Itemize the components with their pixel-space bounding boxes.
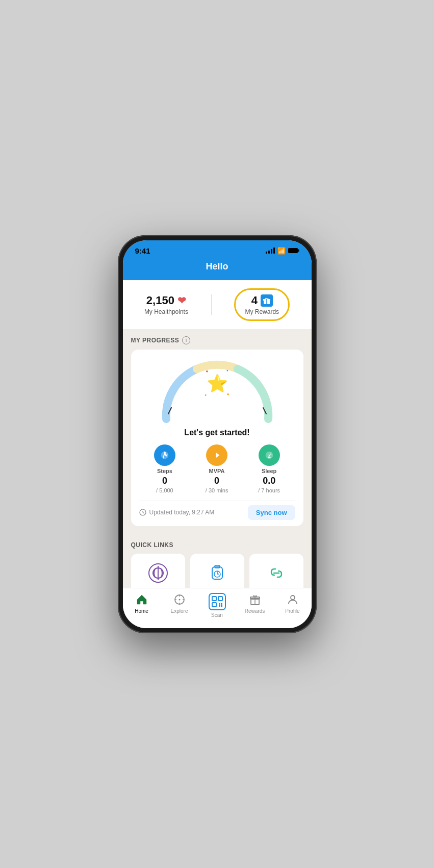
battery-icon (288, 247, 299, 254)
nav-scan[interactable]: Scan (202, 592, 233, 618)
rewards-nav-icon (248, 592, 262, 607)
steps-stat: Steps 0 / 5,000 (154, 444, 175, 493)
scroll-area[interactable]: 2,150 ❤ My Healthpoints 4 (123, 280, 312, 588)
steps-label: Steps (157, 468, 172, 474)
status-time: 9:41 (135, 246, 150, 255)
rewards-nav-label: Rewards (245, 608, 265, 614)
sync-now-button[interactable]: Sync now (248, 505, 295, 520)
home-icon (135, 592, 149, 607)
home-nav-label: Home (135, 608, 148, 614)
sleep-label: Sleep (262, 468, 276, 474)
mvpa-goal: / 30 mins (206, 487, 228, 493)
signal-icon (266, 247, 275, 254)
star-icon: ⭐ (207, 375, 228, 392)
link-account-card[interactable]: LinkAccount (249, 554, 303, 588)
svg-rect-34 (212, 603, 216, 607)
nav-profile[interactable]: Profile (277, 592, 308, 618)
steps-value: 0 (162, 476, 167, 485)
sync-time: Updated today, 9:27 AM (139, 509, 215, 516)
svg-point-8 (164, 451, 166, 453)
rewards-label: My Rewards (245, 308, 279, 315)
nav-home[interactable]: Home (126, 592, 157, 618)
mvpa-stat: MVPA 0 / 30 mins (206, 444, 228, 493)
explore-nav-label: Explore (171, 608, 188, 614)
svg-rect-37 (219, 605, 220, 607)
profile-icon (286, 592, 300, 607)
fitness-icon (206, 562, 228, 584)
app-header: Hello (123, 258, 312, 280)
svg-point-26 (178, 599, 180, 600)
link-icon (265, 562, 288, 584)
sleep-goal: / 7 hours (258, 487, 280, 493)
svg-point-42 (291, 596, 295, 600)
wifi-icon: 📶 (277, 247, 286, 255)
meal-icon (147, 562, 169, 584)
stats-row: Steps 0 / 5,000 MVPA 0 (139, 444, 295, 493)
svg-rect-32 (212, 597, 216, 601)
log-meal-card[interactable]: Log MyMeal (131, 554, 185, 588)
svg-rect-33 (218, 597, 222, 601)
quick-links-header: QUICK LINKS (131, 541, 303, 549)
info-icon[interactable]: i (182, 336, 190, 344)
svg-rect-38 (221, 605, 222, 607)
sleep-value: 0.0 (263, 476, 275, 485)
sync-row: Updated today, 9:27 AM Sync now (139, 501, 295, 520)
nav-explore[interactable]: Explore (164, 592, 195, 618)
svg-rect-31 (209, 593, 225, 610)
gift-icon (261, 294, 273, 307)
rewards-section[interactable]: 4 My Rewards (234, 288, 290, 321)
scan-icon (208, 592, 226, 611)
sleep-icon: z z (259, 444, 280, 466)
svg-rect-35 (219, 603, 220, 605)
clock-icon (139, 509, 146, 516)
steps-goal: / 5,000 (156, 487, 173, 493)
svg-rect-1 (298, 250, 299, 252)
vertical-divider (211, 294, 212, 315)
svg-marker-9 (216, 452, 219, 458)
heart-icon: ❤ (177, 294, 186, 307)
svg-rect-36 (221, 603, 222, 605)
rewards-value: 4 (251, 294, 258, 307)
status-bar: 9:41 📶 (123, 240, 312, 258)
healthpoints-value: 2,150 (146, 294, 174, 307)
phone-screen: 9:41 📶 Hello (123, 240, 312, 628)
progress-card: ⭐ ● ● ● ● Let's get started! (131, 350, 303, 526)
sleep-stat: z z Sleep 0.0 / 7 hours (258, 444, 280, 493)
progress-header: MY PROGRESS i (131, 336, 303, 344)
healthpoints-section[interactable]: 2,150 ❤ My Healthpoints (144, 294, 188, 315)
page-title: Hello (206, 261, 228, 271)
progress-section: MY PROGRESS i (123, 329, 312, 534)
quick-links-title: QUICK LINKS (131, 541, 174, 549)
bottom-nav: Home Explore (123, 588, 312, 628)
svg-line-15 (143, 512, 144, 513)
status-icons: 📶 (266, 247, 299, 255)
svg-rect-0 (288, 248, 298, 253)
mvpa-value: 0 (214, 476, 219, 485)
fitness-tracker-card[interactable]: HPB FitnessTracker (190, 554, 244, 588)
steps-icon (154, 444, 175, 466)
phone-frame: 9:41 📶 Hello (118, 235, 317, 633)
progress-message: Let's get started! (139, 428, 295, 437)
gauge-container: ⭐ ● ● ● ● (139, 358, 295, 424)
scan-nav-label: Scan (211, 612, 223, 618)
mvpa-icon (206, 444, 227, 466)
explore-icon (172, 592, 187, 607)
quick-links-section: QUICK LINKS (123, 534, 312, 588)
quick-links-grid: Log MyMeal HPB (131, 554, 303, 588)
gauge-center: ⭐ ● ● ● ● (202, 368, 233, 399)
healthpoints-label: My Healthpoints (144, 308, 188, 315)
progress-section-title: MY PROGRESS (131, 337, 180, 344)
svg-text:z: z (270, 451, 272, 456)
mvpa-label: MVPA (209, 468, 225, 474)
top-stats-card: 2,150 ❤ My Healthpoints 4 (123, 280, 312, 329)
profile-nav-label: Profile (285, 608, 299, 614)
sync-time-text: Updated today, 9:27 AM (149, 509, 215, 516)
nav-rewards[interactable]: Rewards (240, 592, 270, 618)
